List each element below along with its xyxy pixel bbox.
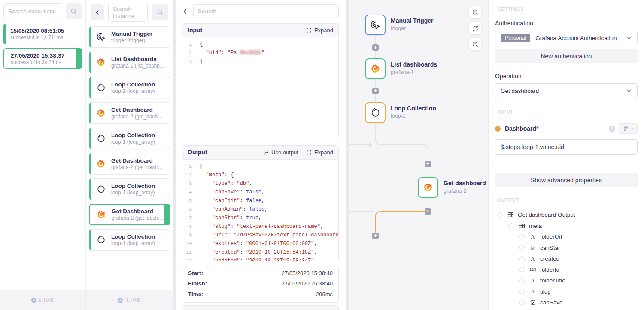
tree-row-meta[interactable]: meta: [495, 221, 638, 232]
tree-row-canSave[interactable]: canSave: [495, 297, 638, 308]
step-title: Loop Collection: [111, 233, 155, 240]
execution-timestamp: 15/05/2020 08:51:05: [10, 27, 77, 34]
tree-row-folderTitle[interactable]: AfolderTitle: [495, 275, 638, 286]
back-button[interactable]: [91, 4, 104, 20]
tree-radio[interactable]: [519, 234, 525, 239]
workflow-node-list-dashboards[interactable]: [365, 58, 386, 79]
status-bar: [89, 52, 91, 73]
search-instance-input[interactable]: Search instance: [108, 3, 148, 22]
refresh-icon: [472, 25, 479, 32]
search-icon-button[interactable]: [152, 4, 168, 20]
add-step-button[interactable]: +: [372, 44, 379, 51]
tree-row-folderUrl[interactable]: AfolderUrl: [495, 231, 638, 242]
step-icon: [95, 133, 106, 144]
line-number: 9: [182, 231, 195, 239]
dashboard-value-input[interactable]: [495, 139, 638, 155]
line-number: 1: [182, 40, 195, 49]
output-expand-button[interactable]: Expand: [306, 149, 333, 156]
tree-row-canStar[interactable]: canStar: [495, 242, 638, 254]
line-number: 8: [182, 222, 195, 231]
zoom-in-button[interactable]: [469, 6, 481, 18]
string-type-icon: A: [531, 288, 535, 295]
line-number: 2: [182, 49, 195, 57]
code-line: "canAdmin": false,: [200, 205, 338, 214]
workflow-canvas[interactable]: Manual TriggertriggerList dashboardsgraf…: [349, 0, 488, 310]
input-section-header: INPUT: [495, 109, 638, 114]
panel-splitter[interactable]: [173, 0, 176, 310]
tree-type-icon: A: [529, 255, 537, 262]
steps-list: Manual Triggertrigger (trigger)List Dash…: [86, 25, 173, 290]
loop-icon: [95, 234, 106, 246]
tree-radio[interactable]: [519, 300, 525, 305]
step-card[interactable]: Loop Collectionloop-1 (loop_array): [89, 77, 170, 98]
use-output-button[interactable]: Use output: [263, 149, 298, 156]
tree-row-Get dashboard Output[interactable]: Get dashboard Output: [495, 209, 638, 221]
show-advanced-properties-button[interactable]: Show advanced properties: [495, 173, 638, 187]
chevron-down-icon: [626, 35, 632, 41]
add-step-button[interactable]: +: [425, 161, 431, 167]
execution-card[interactable]: 15/05/2020 08:51:05successful in 1s 711m…: [3, 24, 82, 44]
tree-radio[interactable]: [519, 278, 525, 283]
node-icon: [369, 107, 381, 119]
input-code-editor[interactable]: 123 { "uid": "Ps 8hv50Zk"}: [182, 37, 338, 138]
step-card[interactable]: Loop Collectionloop-1 (loop_array): [89, 229, 170, 251]
status-bar: [3, 24, 6, 44]
reset-zoom-button[interactable]: [469, 22, 481, 34]
code-line: "updated": "2019-10-28T15:58:34Z": [200, 257, 338, 261]
execution-card[interactable]: 27/05/2020 15:38:37successful in 3s 24ms: [3, 48, 82, 69]
step-card[interactable]: Get Dashboardgrafana-2 (get_dashboard): [89, 204, 170, 225]
authentication-select[interactable]: Personal Grafana Account Authentication: [495, 31, 638, 45]
step-card[interactable]: Loop Collectionloop-1 (loop_array): [89, 178, 170, 200]
workflow-node-get-dashboard[interactable]: [418, 177, 438, 198]
step-subtitle: loop-1 (loop_array): [111, 240, 155, 247]
help-icon[interactable]: ?: [609, 126, 615, 132]
status-bar: [89, 102, 91, 124]
add-step-button[interactable]: +: [372, 233, 379, 239]
input-expand-button[interactable]: Expand: [306, 27, 333, 34]
workflow-node-loop-collection[interactable]: [365, 102, 386, 123]
tree-radio[interactable]: [519, 256, 525, 261]
output-panel: Output Use output Expand 123456789101112…: [182, 145, 339, 261]
zoom-out-button[interactable]: [469, 38, 481, 50]
code-line: }: [200, 57, 338, 66]
search-icon-button[interactable]: [66, 3, 82, 19]
step-card[interactable]: Get Dashboardgrafana-2 (get_dashboard): [89, 153, 170, 175]
collapse-chevron-left-icon[interactable]: [182, 9, 188, 15]
value-source-selector[interactable]: [619, 123, 638, 134]
new-authentication-button[interactable]: New authentication: [495, 49, 638, 63]
step-card[interactable]: List Dashboardsgrafana-1 (list_dashboard…: [89, 52, 170, 73]
panel-splitter[interactable]: [346, 0, 349, 310]
tree-radio[interactable]: [519, 245, 525, 250]
tree-row-slug[interactable]: Aslug: [495, 286, 638, 298]
io-search-input[interactable]: Search: [193, 4, 339, 18]
search-executions-input[interactable]: Search executions: [3, 3, 61, 19]
operation-value: Get dashboard: [501, 88, 626, 94]
line-number: 10: [182, 239, 195, 248]
executions-panel: Search executions 15/05/2020 08:51:05suc…: [0, 0, 86, 310]
tree-row-created[interactable]: Acreated: [495, 253, 638, 264]
tree-row-folderId[interactable]: 123folderId: [495, 264, 638, 276]
execution-status: successful in 3s 24ms: [11, 59, 77, 66]
steps-live-bar[interactable]: LIVE: [86, 290, 173, 310]
workflow-node-manual-trigger[interactable]: [365, 15, 386, 35]
tree-radio[interactable]: [519, 289, 525, 294]
step-subtitle: trigger (trigger): [111, 37, 152, 44]
tree-label: folderUrl: [540, 233, 562, 240]
line-number: 2: [182, 171, 195, 179]
step-card[interactable]: Loop Collectionloop-1 (loop_array): [89, 128, 170, 149]
tree-row-url[interactable]: Aurl: [495, 308, 638, 310]
output-code-editor[interactable]: 123456789101112 { "meta": { "type": "db"…: [182, 160, 338, 261]
step-card[interactable]: Get Dashboardgrafana-2 (get_dashboard): [89, 102, 170, 124]
code-line: "canSave": false,: [200, 188, 338, 196]
code-line: {: [200, 40, 338, 49]
tree-radio[interactable]: [497, 212, 502, 218]
add-step-button[interactable]: +: [372, 88, 379, 94]
operation-select[interactable]: Get dashboard: [495, 83, 638, 98]
tree-radio[interactable]: [508, 223, 513, 228]
tree-radio[interactable]: [519, 267, 525, 272]
executions-live-bar[interactable]: LIVE: [0, 290, 85, 310]
step-card[interactable]: Manual Triggertrigger (trigger): [89, 26, 170, 48]
field-type-dot: [495, 126, 501, 132]
add-step-button[interactable]: +: [425, 208, 431, 215]
string-type-icon: A: [531, 255, 535, 262]
